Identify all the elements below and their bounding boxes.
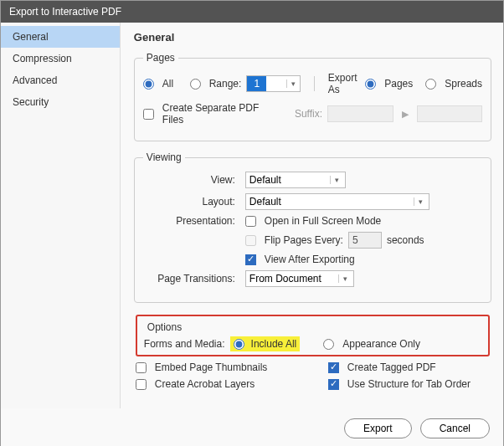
open-fullscreen-label: Open in Full Screen Mode [265, 215, 381, 227]
viewing-group: Viewing View: ▾ Layout: ▾ Prese [134, 151, 491, 303]
flip-seconds-input [348, 232, 382, 249]
footer: Export Cancel [1, 408, 503, 446]
export-pages-radio[interactable] [365, 79, 376, 90]
seconds-label: seconds [387, 234, 424, 246]
acrobat-layers-checkbox[interactable] [136, 379, 147, 390]
export-dialog: Export to Interactive PDF General Compre… [0, 0, 504, 446]
viewing-legend: Viewing [143, 151, 185, 163]
export-pages-label: Pages [384, 78, 413, 90]
chevron-down-icon[interactable]: ▾ [330, 176, 343, 184]
appearance-only-label: Appearance Only [342, 338, 420, 350]
embed-thumbnails-checkbox[interactable] [136, 362, 147, 373]
tagged-pdf-checkbox[interactable] [328, 362, 339, 373]
pages-group: Pages All Range: 1 ▾ Export As Pages [134, 52, 491, 141]
transitions-label: Page Transitions: [143, 273, 235, 285]
chevron-down-icon[interactable]: ▾ [414, 197, 427, 206]
tab-order-checkbox[interactable] [328, 379, 339, 390]
transitions-combo[interactable]: ▾ [245, 270, 354, 287]
main-panel: General Pages All Range: 1 ▾ Export As [121, 23, 503, 408]
titlebar[interactable]: Export to Interactive PDF [1, 1, 503, 23]
forms-media-label: Forms and Media: [144, 338, 225, 350]
include-all-highlight: Include All [230, 336, 301, 351]
layout-label: Layout: [143, 196, 235, 208]
embed-thumbnails-label: Embed Page Thumbnails [155, 361, 268, 373]
highlight-annotation: Options Forms and Media: Include All App… [136, 315, 490, 356]
window-title: Export to Interactive PDF [9, 6, 121, 18]
view-after-checkbox[interactable] [245, 254, 256, 265]
divider [314, 76, 315, 91]
range-value[interactable]: 1 [247, 76, 266, 91]
view-after-label: View After Exporting [265, 254, 355, 265]
sidebar-item-security[interactable]: Security [1, 91, 120, 113]
open-fullscreen-checkbox[interactable] [245, 216, 256, 227]
pages-all-radio[interactable] [143, 79, 154, 90]
pages-range-label: Range: [209, 78, 242, 90]
view-label: View: [143, 174, 235, 186]
export-spreads-label: Spreads [445, 78, 482, 90]
arrow-icon: ▶ [402, 109, 409, 120]
view-combo[interactable]: ▾ [245, 172, 346, 188]
sidebar: General Compression Advanced Security [1, 23, 121, 408]
flip-pages-label: Flip Pages Every: [265, 234, 343, 246]
pages-all-label: All [162, 78, 173, 90]
panel-title: General [134, 31, 491, 44]
sidebar-item-advanced[interactable]: Advanced [1, 69, 120, 91]
sidebar-item-general[interactable]: General [1, 26, 120, 48]
cancel-button[interactable]: Cancel [420, 418, 490, 438]
chevron-down-icon[interactable]: ▾ [286, 79, 300, 88]
export-as-label: Export As [328, 72, 360, 95]
suffix-label: Suffix: [295, 108, 322, 120]
export-spreads-radio[interactable] [425, 79, 436, 90]
appearance-only-radio[interactable] [323, 339, 334, 350]
pages-legend: Pages [143, 52, 178, 64]
include-all-radio[interactable] [234, 339, 244, 350]
sidebar-item-compression[interactable]: Compression [1, 48, 120, 69]
export-button[interactable]: Export [344, 418, 412, 438]
presentation-label: Presentation: [143, 215, 235, 227]
tab-order-label: Use Structure for Tab Order [347, 378, 471, 390]
view-value[interactable] [246, 172, 330, 187]
include-all-label: Include All [251, 338, 297, 350]
flip-pages-checkbox [245, 235, 256, 246]
transitions-value[interactable] [246, 271, 338, 286]
layout-value[interactable] [246, 194, 414, 209]
suffix-input-1 [327, 105, 393, 122]
pages-range-radio[interactable] [190, 79, 201, 90]
acrobat-layers-label: Create Acrobat Layers [155, 378, 255, 390]
create-separate-label: Create Separate PDF Files [162, 102, 267, 126]
create-separate-checkbox[interactable] [143, 109, 154, 120]
options-group: Options Forms and Media: Include All App… [134, 313, 491, 398]
options-legend: Options [144, 321, 481, 333]
range-combo[interactable]: 1 ▾ [246, 75, 301, 92]
tagged-pdf-label: Create Tagged PDF [347, 361, 436, 373]
suffix-input-2 [417, 105, 482, 122]
chevron-down-icon[interactable]: ▾ [338, 274, 352, 283]
layout-combo[interactable]: ▾ [245, 193, 429, 210]
